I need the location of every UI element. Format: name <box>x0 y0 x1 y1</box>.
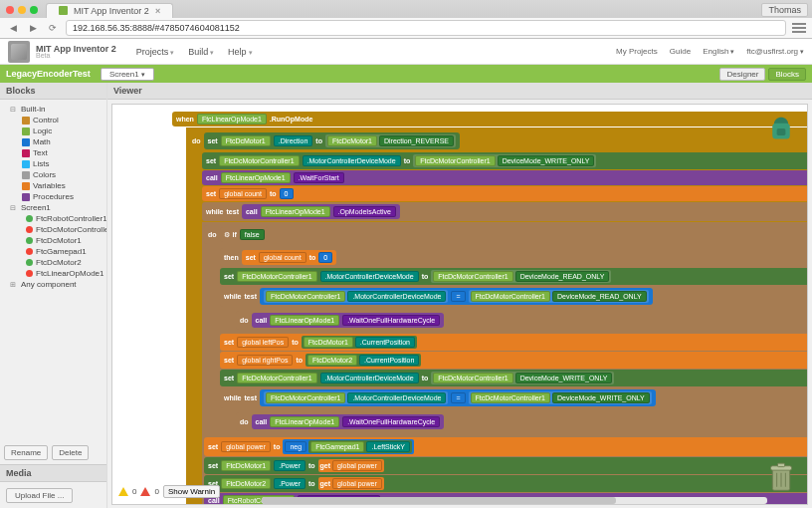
tab-favicon <box>59 6 68 15</box>
cat-variables[interactable]: Variables <box>4 180 102 191</box>
reload-button[interactable]: ⟳ <box>46 21 60 35</box>
blocks-tree: ⊟Built-in Control Logic Math Text Lists … <box>0 100 106 441</box>
block-set-power[interactable]: setglobal powertonegFtcGamepad1.LeftStic… <box>204 437 808 456</box>
minimize-window-icon[interactable] <box>18 6 26 14</box>
block-set-devmode-read[interactable]: setFtcDcMotorController1.MotorController… <box>220 268 808 285</box>
address-bar-row: ◀ ▶ ⟳ 192.168.56.35:8888/#47850746040811… <box>0 18 812 38</box>
block-when-runopmode[interactable]: when FtcLinearOpMode1 .RunOpMode <box>172 112 808 127</box>
upload-file-button[interactable]: Upload File ... <box>6 488 73 503</box>
menu-build[interactable]: Build <box>188 47 214 57</box>
comp-5[interactable]: FtcLinearOpMode1 <box>4 268 102 279</box>
close-window-icon[interactable] <box>6 6 14 14</box>
block-call-waitcycle[interactable]: callFtcLinearOpMode1.WaitOneFullHardware… <box>252 313 445 328</box>
block-while-write[interactable]: whiletestFtcDcMotorController1.MotorCont… <box>220 387 808 408</box>
tab-title: MIT App Inventor 2 <box>74 6 149 16</box>
media-panel-header: Media <box>0 465 106 482</box>
error-icon <box>140 487 150 496</box>
block-while-active[interactable]: whiletestcallFtcLinearOpMode1.OpModeIsAc… <box>202 202 808 221</box>
svg-rect-1 <box>777 128 786 135</box>
address-bar[interactable]: 192.168.56.35:8888/#4785074604081152 <box>66 20 786 36</box>
cat-control[interactable]: Control <box>4 115 102 126</box>
cat-text[interactable]: Text <box>4 147 102 158</box>
row-do2: do ⚙iffalse <box>204 225 808 244</box>
link-my-projects[interactable]: My Projects <box>616 47 658 56</box>
rename-button[interactable]: Rename <box>4 445 48 460</box>
app-header: MIT App Inventor 2 Beta Projects Build H… <box>0 39 812 65</box>
block-set-rightpos[interactable]: setglobal rightPostoFtcDcMotor2.CurrentP… <box>220 352 808 369</box>
main-area: Blocks ⊟Built-in Control Logic Math Text… <box>0 83 812 508</box>
app-logo-icon <box>8 41 30 63</box>
viewer-header: Viewer <box>107 83 812 100</box>
block-set-devicemode-write[interactable]: setFtcDcMotorController1.MotorController… <box>202 152 808 169</box>
block-if-false[interactable]: ⚙iffalse <box>220 227 269 242</box>
comp-3[interactable]: FtcGamepad1 <box>4 246 102 257</box>
browser-tab[interactable]: MIT App Inventor 2 × <box>46 3 173 18</box>
blocks-workspace[interactable]: when FtcLinearOpMode1 .RunOpMode do setF… <box>111 104 808 505</box>
warning-icon <box>118 487 128 496</box>
screen-selector[interactable]: Screen1 <box>101 68 154 81</box>
block-set-leftpos[interactable]: setglobal leftPostoFtcDcMotor1.CurrentPo… <box>220 334 808 351</box>
block-while-read[interactable]: whiletestFtcDcMotorController1.MotorCont… <box>220 286 808 307</box>
window-controls[interactable] <box>6 6 38 14</box>
close-tab-icon[interactable]: × <box>155 6 160 16</box>
account-dropdown[interactable]: ftc@usfirst.org <box>746 47 804 56</box>
back-button[interactable]: ◀ <box>6 21 20 35</box>
cat-procedures[interactable]: Procedures <box>4 191 102 202</box>
lang-dropdown[interactable]: English <box>703 47 734 56</box>
maximize-window-icon[interactable] <box>30 6 38 14</box>
tree-any-component[interactable]: ⊞Any component <box>4 279 102 290</box>
block-set-devmode-write2[interactable]: setFtcDcMotorController1.MotorController… <box>220 370 808 386</box>
tree-builtin[interactable]: ⊟Built-in <box>4 104 102 115</box>
blocks-panel-header: Blocks <box>0 83 106 100</box>
show-warnings-button[interactable]: Show Warnin <box>163 485 220 498</box>
menu-projects[interactable]: Projects <box>136 47 174 57</box>
block-call-waitcycle2[interactable]: callFtcLinearOpMode1.WaitOneFullHardware… <box>252 414 445 429</box>
viewer-panel: Viewer when FtcLinearOpMode1 .RunOpMode … <box>107 83 812 508</box>
svg-rect-4 <box>778 463 785 467</box>
block-set-count-0[interactable]: setglobal countto0 <box>202 186 808 201</box>
cat-logic[interactable]: Logic <box>4 126 102 136</box>
forward-button[interactable]: ▶ <box>26 21 40 35</box>
menu-help[interactable]: Help <box>228 47 252 57</box>
browser-chrome: MIT App Inventor 2 × Thomas ◀ ▶ ⟳ 192.16… <box>0 0 812 39</box>
project-bar: LegacyEncoderTest Screen1 Designer Block… <box>0 65 812 83</box>
tree-screen[interactable]: ⊟Screen1 <box>4 202 102 213</box>
block-set-direction[interactable]: setFtcDcMotor1.DirectiontoFtcDcMotor1Dir… <box>204 132 460 149</box>
block-set-count-0b[interactable]: setglobal countto0 <box>242 250 337 265</box>
comp-4[interactable]: FtcDcMotor2 <box>4 257 102 268</box>
url-text: 192.168.56.35:8888/#4785074604081152 <box>73 23 240 33</box>
delete-button[interactable]: Delete <box>52 445 89 460</box>
sidebar: Blocks ⊟Built-in Control Logic Math Text… <box>0 83 107 508</box>
link-guide[interactable]: Guide <box>670 47 691 56</box>
block-call-waitstart[interactable]: callFtcLinearOpMode1.WaitForStart <box>202 170 808 185</box>
trash-icon[interactable] <box>767 462 795 494</box>
backpack-icon[interactable] <box>767 115 795 142</box>
comp-0[interactable]: FtcRobotController1 <box>4 213 102 224</box>
comp-1[interactable]: FtcDcMotorController1 <box>4 224 102 235</box>
warnings-bar: 0 0 Show Warnin <box>118 485 220 498</box>
designer-button[interactable]: Designer <box>719 68 765 81</box>
blocks-canvas[interactable]: when FtcLinearOpMode1 .RunOpMode do setF… <box>172 111 808 505</box>
cat-math[interactable]: Math <box>4 136 102 147</box>
header-right-links: My Projects Guide English ftc@usfirst.or… <box>616 47 804 56</box>
scrollbar-thumb[interactable] <box>262 497 616 504</box>
comp-2[interactable]: FtcDcMotor1 <box>4 235 102 246</box>
row-then: then setglobal countto0 <box>220 248 808 267</box>
media-panel: Media Upload File ... <box>0 464 106 508</box>
tab-bar: MIT App Inventor 2 × Thomas <box>0 0 812 18</box>
row-do: do setFtcDcMotor1.DirectiontoFtcDcMotor1… <box>188 130 808 151</box>
block-set-motor1-power[interactable]: setFtcDcMotor1.Powertogetglobal power <box>204 457 808 474</box>
cat-lists[interactable]: Lists <box>4 158 102 169</box>
app-menus: Projects Build Help <box>136 47 253 57</box>
hamburger-menu-icon[interactable] <box>792 21 806 35</box>
horizontal-scrollbar[interactable] <box>262 497 767 504</box>
blocks-button[interactable]: Blocks <box>768 68 806 81</box>
project-name: LegacyEncoderTest <box>6 69 91 79</box>
block-set-motor2-power[interactable]: setFtcDcMotor2.Powertogetglobal power <box>204 475 808 492</box>
cat-colors[interactable]: Colors <box>4 169 102 180</box>
browser-user-button[interactable]: Thomas <box>761 3 808 17</box>
